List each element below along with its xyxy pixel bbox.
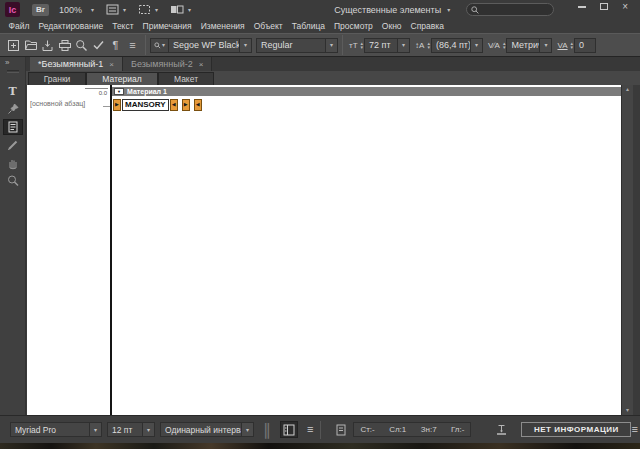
vertical-scrollbar[interactable]: ▴ ▾	[621, 85, 633, 415]
menu-help[interactable]: Справка	[406, 21, 448, 31]
leading-combo[interactable]: (86,4 пт) ▾	[431, 38, 483, 53]
font-style-combo[interactable]: Regular ▾	[256, 38, 338, 53]
chevron-down-icon[interactable]: ▾	[539, 39, 551, 52]
show-hidden-characters-button[interactable]: ¶	[107, 36, 124, 54]
document-area: *Безымянный-1 × Безымянный-2 × Гранки Ма…	[26, 57, 640, 415]
view-options-icon	[106, 1, 119, 19]
title-bar: Ic Br 100% ▾ ▾ ▾ ▾ Существенные элементы	[0, 0, 640, 19]
view-tab-bar: Гранки Материал Макет	[26, 71, 640, 85]
tab-story[interactable]: Материал	[86, 72, 158, 85]
close-button[interactable]: ×	[622, 2, 628, 12]
kerning-value: Метрич.	[507, 40, 539, 50]
note-anchor-close-icon[interactable]: ◀	[170, 99, 178, 111]
zoom-tool[interactable]	[3, 173, 23, 189]
screen-mode-dropdown[interactable]: ▾	[170, 1, 191, 19]
kerning-stepper[interactable]: ▴▾	[503, 41, 506, 49]
spellcheck-button[interactable]	[90, 36, 107, 54]
bridge-button[interactable]: Br	[32, 4, 49, 16]
leading-value: (86,4 пт)	[432, 40, 470, 50]
search-button[interactable]	[73, 36, 90, 54]
doc-tab-untitled-2[interactable]: Безымянный-2 ×	[123, 57, 212, 71]
status-menu-icon[interactable]: ≡	[307, 424, 313, 435]
eyedropper-tool-icon[interactable]	[3, 137, 23, 153]
note-tool[interactable]	[3, 119, 23, 135]
menu-object[interactable]: Объект	[249, 21, 287, 31]
columns-view-icon[interactable]: ∥	[259, 422, 275, 438]
status-size-combo[interactable]: 12 пт ▾	[107, 422, 155, 437]
tracking-icon: VA	[557, 41, 567, 50]
workspace-label: Существенные элементы	[334, 5, 441, 15]
search-box[interactable]	[466, 3, 554, 16]
open-button[interactable]	[22, 36, 39, 54]
screen-mode-icon	[170, 1, 184, 19]
frame-mode-dropdown[interactable]: ▾	[138, 1, 158, 19]
menu-table[interactable]: Таблица	[287, 21, 329, 31]
menu-file[interactable]: Файл	[4, 21, 34, 31]
chevron-down-icon: ▾	[447, 7, 450, 13]
status-font-combo[interactable]: Myriad Pro ▾	[10, 422, 102, 437]
galley-info-column: 0.0 [основной абзац]	[27, 85, 110, 415]
tracking-combo[interactable]: 0	[574, 38, 596, 53]
menu-view[interactable]: Просмотр	[329, 21, 377, 31]
chevron-down-icon[interactable]: ▾	[239, 39, 251, 52]
new-document-button[interactable]	[5, 36, 22, 54]
menu-changes[interactable]: Изменения	[196, 21, 249, 31]
story-collapse-icon[interactable]: ▼	[114, 88, 124, 95]
dock-drag-handle[interactable]	[7, 70, 19, 73]
hand-tool[interactable]	[3, 155, 23, 171]
note-anchor-open-icon[interactable]: ▶	[182, 99, 190, 111]
menu-edit[interactable]: Редактирование	[34, 21, 108, 31]
story-text-area[interactable]: ▼ Материал 1 ▶ MANSORY ◀ ▶ ◀	[112, 85, 621, 415]
menu-window[interactable]: Окно	[377, 21, 406, 31]
font-size-stepper[interactable]: ▴▾	[361, 41, 364, 49]
scroll-up-icon[interactable]: ▴	[626, 85, 629, 94]
save-button[interactable]	[39, 36, 56, 54]
type-tool[interactable]: T	[3, 83, 23, 99]
font-family-combo[interactable]: ▾ Segoe WP Black ▾	[150, 38, 252, 53]
text-statistics: Ст:- Сл:1 Зн:7 Гл:-	[353, 422, 471, 437]
menu-notes[interactable]: Примечания	[138, 21, 196, 31]
font-size-value: 72 пт	[365, 40, 397, 50]
chevron-down-icon[interactable]: ▾	[241, 423, 253, 436]
main-area: » T *Безымянны	[0, 57, 640, 415]
frame-edges-icon	[138, 1, 151, 19]
minimize-button[interactable]	[578, 6, 586, 8]
chevron-down-icon[interactable]: ▾	[142, 423, 154, 436]
tracking-stepper[interactable]: ▴▾	[571, 41, 574, 49]
chevron-down-icon[interactable]: ▾	[89, 423, 101, 436]
scroll-down-icon[interactable]: ▾	[626, 406, 629, 415]
font-size-combo[interactable]: 72 пт ▾	[364, 38, 410, 53]
statusbar-menu-icon[interactable]: ≡	[631, 424, 637, 435]
leading-stepper[interactable]: ▴▾	[427, 41, 430, 49]
chevron-down-icon[interactable]: ▾	[397, 39, 409, 52]
story-first-line[interactable]: ▶ MANSORY ◀ ▶ ◀	[113, 98, 202, 111]
line-spacing-value: Одинарный интервал	[161, 425, 241, 435]
search-input[interactable]	[482, 5, 552, 14]
workspace-switcher[interactable]: Существенные элементы ▾	[334, 5, 450, 15]
note-anchor-close-icon[interactable]: ◀	[194, 99, 202, 111]
maximize-button[interactable]	[600, 3, 608, 10]
tab-layout[interactable]: Макет	[158, 72, 214, 85]
note-anchor-open-icon[interactable]: ▶	[113, 99, 121, 111]
pin-tool-icon[interactable]	[3, 101, 23, 117]
line-spacing-combo[interactable]: Одинарный интервал ▾	[160, 422, 254, 437]
stat-characters: Зн:7	[421, 425, 437, 434]
menu-type[interactable]: Текст	[108, 21, 138, 31]
doc-tab-untitled-1[interactable]: *Безымянный-1 ×	[30, 57, 123, 71]
app-window: Ic Br 100% ▾ ▾ ▾ ▾ Существенные элементы	[0, 0, 640, 443]
close-icon[interactable]: ×	[109, 60, 114, 69]
story-text[interactable]: MANSORY	[122, 99, 169, 111]
chevron-down-icon[interactable]: ▾	[325, 39, 337, 52]
story-stats-icon	[333, 422, 349, 438]
kerning-combo[interactable]: Метрич. ▾	[506, 38, 552, 53]
zoom-level-dropdown[interactable]: 100% ▾	[59, 5, 94, 15]
close-icon[interactable]: ×	[199, 60, 204, 69]
panel-menu-button[interactable]: ≡	[124, 36, 141, 54]
info-column-toggle-icon[interactable]	[280, 421, 298, 438]
kerning-icon: V∕A	[488, 41, 500, 50]
dock-collapse-icon[interactable]: »	[0, 57, 9, 68]
print-button[interactable]	[56, 36, 73, 54]
chevron-down-icon[interactable]: ▾	[470, 39, 482, 52]
tab-galley[interactable]: Гранки	[28, 72, 86, 85]
view-options-dropdown[interactable]: ▾	[106, 1, 126, 19]
